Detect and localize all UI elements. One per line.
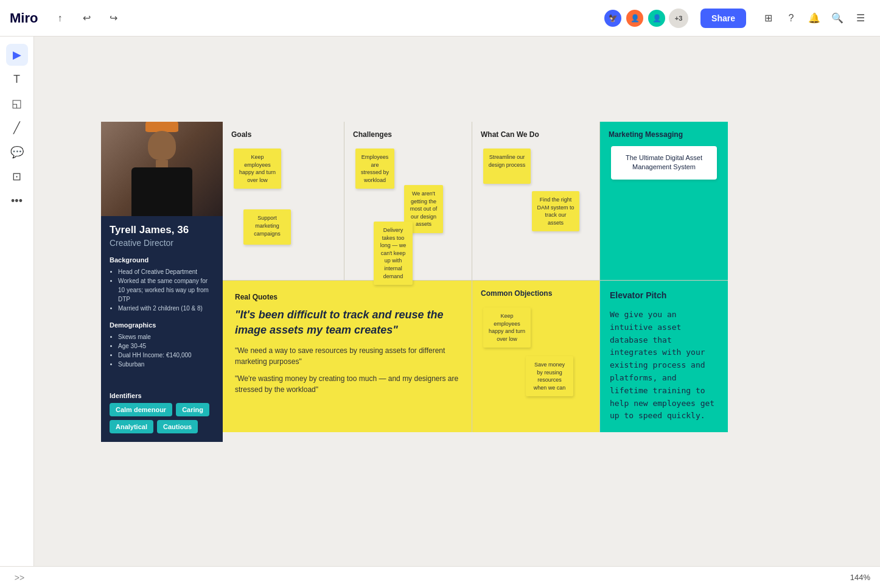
share-button[interactable]: Share [700,9,746,28]
whatcando-heading: What Can We Do [481,130,591,139]
challenges-stickies: Employees are stressed by workload We ar… [353,146,463,268]
demographics-heading: Demographics [110,321,214,329]
sticky-goals-1[interactable]: Keep employees happy and turn over low [234,149,281,189]
tag-analytical[interactable]: Analytical [110,420,153,433]
tag-calm[interactable]: Calm demenour [110,403,172,416]
expand-sidebar-button[interactable]: >> [10,568,29,587]
top-section: Goals Keep employees happy and turn over… [223,122,728,281]
redo-button[interactable]: ↪ [103,9,123,28]
select-tool[interactable]: ▶ [6,44,28,66]
quotes-column: Real Quotes "It's been difficult to trac… [223,281,472,432]
background-item-3: Married with 2 children (10 & 8) [118,304,214,313]
demo-item-1: Skews male [118,332,214,341]
profile-info: Tyrell James, 36 Creative Director Backg… [101,216,223,385]
profile-title: Creative Director [110,238,214,248]
sticky-objection-2[interactable]: Save money by reusing resources when we … [526,356,573,396]
whatcando-column: What Can We Do Streamline our design pro… [472,122,600,280]
objections-heading: Common Objections [481,289,591,298]
goals-stickies: Keep employees happy and turn over low S… [231,146,335,247]
elevator-heading: Elevator Pitch [610,290,718,300]
miro-logo: Miro [10,10,38,26]
main-quote: "It's been difficult to track and reuse … [235,307,459,338]
identifiers-heading: Identifiers [110,392,214,399]
profile-card: Tyrell James, 36 Creative Director Backg… [101,122,223,442]
profile-photo [101,122,223,216]
tag-caring[interactable]: Caring [176,403,209,416]
quote-2: "We're wasting money by creating too muc… [235,373,459,395]
body [131,167,192,216]
neck [156,160,168,167]
marketing-column: Marketing Messaging The Ultimate Digital… [600,122,728,280]
avatar-count: +3 [669,9,688,28]
sticky-challenge-1[interactable]: Employees are stressed by workload [355,149,394,189]
sticky-objection-1[interactable]: Keep employees happy and turn over low [483,307,531,348]
elevator-pitch-text: We give you an intuitive asset database … [610,309,718,422]
main-grid: Goals Keep employees happy and turn over… [223,122,728,442]
demo-item-3: Dual HH Income: €140,000 [118,351,214,360]
more-tools[interactable]: ••• [6,190,28,212]
note-tool[interactable]: ◱ [6,93,28,114]
bottom-section: Real Quotes "It's been difficult to trac… [223,281,728,432]
undo-button[interactable]: ↩ [77,9,96,28]
line-tool[interactable]: ╱ [6,117,28,139]
avatar-1: 🦅 [603,9,623,28]
objections-stickies: Keep employees happy and turn over low S… [481,305,591,415]
background-list: Head of Creative Department Worked at th… [110,267,214,313]
topbar-right-icons: ⊞ ? 🔔 🔍 ☰ [758,9,870,28]
search-button[interactable]: 🔍 [828,9,847,28]
elevator-column: Elevator Pitch We give you an intuitive … [600,281,728,432]
left-toolbar: ▶ T ◱ ╱ 💬 ⊡ ••• >> [0,37,34,588]
whatcando-stickies: Streamline our design process Find the r… [481,146,591,268]
background-item-1: Head of Creative Department [118,267,214,276]
avatar-group: 🦅 👤 👤 +3 [603,9,688,28]
head [148,131,176,160]
marketing-card: The Ultimate Digital Asset Management Sy… [611,146,717,180]
upload-button[interactable]: ↑ [50,9,69,28]
filter-icon-btn[interactable]: ⊞ [758,9,778,28]
identifiers-section: Identifiers Calm demenour Caring Analyti… [101,385,223,442]
zoom-level: 144% [850,573,870,582]
frame-tool[interactable]: ⊡ [6,166,28,187]
bell-button[interactable]: 🔔 [805,9,824,28]
objections-column: Common Objections Keep employees happy a… [472,281,600,432]
sticky-whatcando-1[interactable]: Streamline our design process [483,149,531,184]
goals-heading: Goals [231,130,335,139]
sticky-goals-2[interactable]: Support marketing campaigns [243,209,291,245]
avatar-3: 👤 [647,9,666,28]
background-item-2: Worked at the same company for 10 years;… [118,276,214,304]
topbar: Miro ↑ ↩ ↪ 🦅 👤 👤 +3 Share ⊞ ? 🔔 🔍 ☰ [0,0,880,37]
help-button[interactable]: ? [781,9,801,28]
background-heading: Background [110,256,214,264]
challenges-column: Challenges Employees are stressed by wor… [344,122,472,280]
goals-column: Goals Keep employees happy and turn over… [223,122,344,280]
demo-item-2: Age 30-45 [118,341,214,351]
persona-board: Tyrell James, 36 Creative Director Backg… [101,122,728,442]
bottombar: >> 144% [0,566,880,588]
sticky-challenge-3[interactable]: Delivery takes too long — we can't keep … [374,222,413,285]
demographics-list: Skews male Age 30-45 Dual HH Income: €14… [110,332,214,369]
tag-cautious[interactable]: Cautious [157,420,198,433]
menu-button[interactable]: ☰ [851,9,870,28]
demo-item-4: Suburban [118,360,214,369]
profile-name: Tyrell James, 36 [110,223,214,237]
challenges-heading: Challenges [353,130,463,139]
marketing-heading: Marketing Messaging [609,130,719,139]
canvas: Tyrell James, 36 Creative Director Backg… [34,37,880,566]
photo-person-figure [131,122,192,216]
text-tool[interactable]: T [6,68,28,90]
avatar-2: 👤 [625,9,644,28]
sticky-whatcando-2[interactable]: Find the right DAM system to track our a… [532,191,579,231]
quote-1: "We need a way to save resources by reus… [235,345,459,367]
comment-tool[interactable]: 💬 [6,141,28,163]
quotes-heading: Real Quotes [235,293,459,301]
marketing-card-text: The Ultimate Digital Asset Management Sy… [626,154,702,170]
identifier-tags: Calm demenour Caring Analytical Cautious [110,403,214,433]
